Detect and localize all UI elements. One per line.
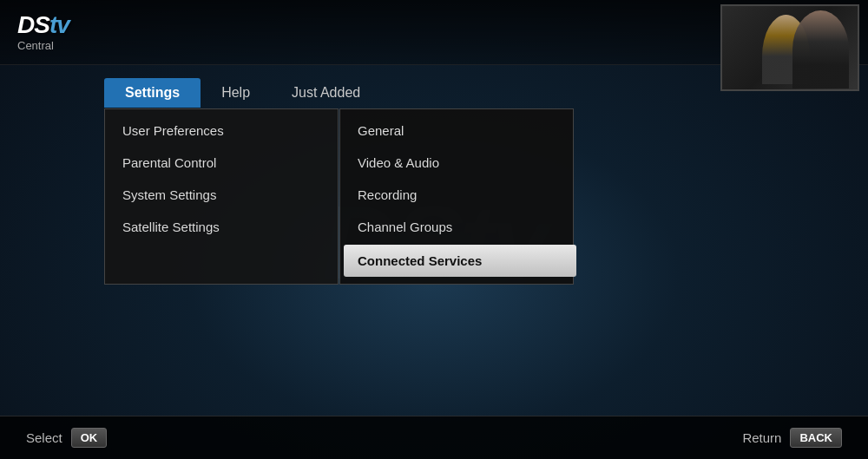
bottom-bar: Select OK Return BACK [0, 416, 868, 459]
nav-menu: Settings Help Just Added [104, 78, 381, 108]
menu-item-connected-services[interactable]: Connected Services [344, 245, 576, 277]
return-action: Return BACK [742, 428, 842, 448]
return-key[interactable]: BACK [790, 428, 842, 448]
menu-item-video-audio[interactable]: Video & Audio [340, 147, 573, 179]
menu-item-system-settings[interactable]: System Settings [105, 179, 338, 211]
tab-just-added[interactable]: Just Added [271, 78, 381, 108]
tab-help[interactable]: Help [201, 78, 271, 108]
right-menu: General Video & Audio Recording Channel … [339, 108, 574, 285]
select-key[interactable]: OK [71, 428, 108, 448]
tab-settings[interactable]: Settings [104, 78, 201, 108]
main-content: Settings Help Just Added User Preference… [0, 69, 868, 416]
menu-item-recording[interactable]: Recording [340, 179, 573, 211]
menu-item-parental-control[interactable]: Parental Control [105, 147, 338, 179]
menu-item-general[interactable]: General [340, 115, 573, 147]
menu-item-channel-groups[interactable]: Channel Groups [340, 211, 573, 243]
logo-area: DStv Central [17, 13, 69, 52]
menu-item-user-preferences[interactable]: User Preferences [105, 115, 338, 147]
select-label: Select [26, 430, 62, 445]
menu-item-satellite-settings[interactable]: Satellite Settings [105, 211, 338, 243]
return-label: Return [742, 430, 781, 445]
app-subtitle: Central [17, 39, 69, 52]
left-menu: User Preferences Parental Control System… [104, 108, 339, 285]
menus-container: User Preferences Parental Control System… [104, 108, 574, 285]
select-action: Select OK [26, 428, 107, 448]
app-logo: DStv [17, 13, 69, 37]
